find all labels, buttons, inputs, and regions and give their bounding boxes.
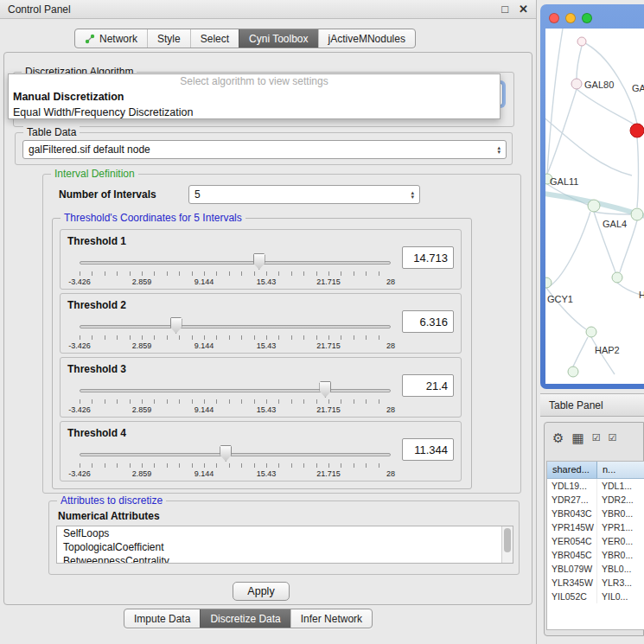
network-canvas[interactable]: GAL80 GA GAL11 GAL4 GCY1 HAP2 H	[545, 29, 644, 384]
tab-network-label: Network	[99, 33, 137, 45]
tab-cyni-toolbox[interactable]: Cyni Toolbox	[239, 29, 317, 48]
threshold-1-value-field[interactable]: 14.713	[402, 246, 454, 269]
control-panel: Control Panel □ ✕ Network Style Select C…	[0, 0, 537, 644]
attributes-listbox[interactable]: SelfLoops TopologicalCoefficient Between…	[56, 526, 513, 564]
algorithm-placeholder: Select algorithm to view settings	[9, 74, 500, 89]
column-header-shared-name[interactable]: shared...	[547, 462, 597, 479]
node-label-gal11: GAL11	[550, 176, 578, 187]
tab-impute-data[interactable]: Impute Data	[124, 609, 200, 628]
threshold-row-3: Threshold 3 -3.426 2.859 9.144 15.43 21.…	[60, 357, 462, 418]
slider-scale: -3.426 2.859 9.144 15.43 21.715 28	[80, 277, 391, 287]
table-row[interactable]: YDR27...YDR2...	[547, 493, 644, 507]
gear-icon[interactable]: ⚙	[552, 431, 564, 444]
threshold-label: Threshold 3	[67, 363, 126, 375]
network-view-window[interactable]: GAL80 GA GAL11 GAL4 GCY1 HAP2 H	[540, 4, 644, 389]
table-browser-window: ⚙ ▦ ☑ ☑ shared... n... YDL19...YDL1... Y…	[544, 422, 644, 636]
node-label-cut: H	[639, 290, 644, 300]
tab-discretize-data[interactable]: Discretize Data	[200, 609, 290, 628]
tab-select[interactable]: Select	[190, 29, 239, 48]
network-node[interactable]	[631, 208, 643, 220]
slider-thumb[interactable]	[319, 381, 331, 398]
network-node-gcy1[interactable]	[545, 277, 552, 288]
table-panel-titlebar: Table Panel	[540, 393, 644, 417]
list-item[interactable]: SelfLoops	[57, 526, 513, 540]
table-data-combobox[interactable]: galFiltered.sif default node ▴▾	[22, 140, 507, 159]
network-node-hap2[interactable]	[586, 327, 596, 337]
table-row[interactable]: YBR043CYBR0...	[547, 507, 644, 520]
network-node[interactable]	[588, 200, 600, 212]
attributes-group: Attributes to discretize Numerical Attri…	[48, 501, 520, 575]
tab-jactivemnodules[interactable]: jActiveMNodules	[318, 29, 415, 48]
close-icon[interactable]: ✕	[519, 3, 528, 15]
table-row[interactable]: YIL052CYIL0...	[547, 590, 644, 603]
threshold-2-slider[interactable]: -3.426 2.859 9.144 15.43 21.715 28	[80, 316, 391, 353]
threshold-row-2: Threshold 2 -3.426 2.859 9.144 15.43 21.…	[60, 293, 462, 354]
network-node-red-selected[interactable]	[630, 124, 644, 137]
slider-thumb[interactable]	[220, 445, 232, 462]
threshold-1-slider[interactable]: -3.426 2.859 9.144 15.43 21.715 28	[80, 252, 391, 289]
tab-network[interactable]: Network	[75, 29, 147, 48]
select-all-icon[interactable]: ☑	[592, 433, 601, 443]
list-item[interactable]: TopologicalCoefficient	[57, 540, 513, 554]
threshold-4-slider[interactable]: -3.426 2.859 9.144 15.43 21.715 28	[80, 444, 391, 481]
interval-definition-group: Interval Definition Number of Intervals …	[42, 174, 521, 494]
node-label-gal4: GAL4	[603, 219, 627, 229]
attributes-group-title: Attributes to discretize	[57, 494, 166, 507]
select-some-icon[interactable]: ☑	[609, 433, 617, 443]
option-equal-width-frequency[interactable]: Equal Width/Frequency Discretization	[9, 105, 500, 120]
numerical-attributes-label: Numerical Attributes	[58, 510, 160, 522]
bottom-tab-bar: Impute Data Discretize Data Infer Networ…	[124, 609, 373, 628]
num-intervals-combobox[interactable]: 5 ▴▾	[188, 185, 420, 204]
network-node[interactable]	[612, 272, 622, 283]
threshold-2-value-field[interactable]: 6.316	[402, 310, 454, 333]
window-traffic-lights	[549, 13, 592, 23]
network-node[interactable]	[568, 367, 578, 377]
thresholds-group-title: Threshold's Coordinates for 5 Intervals	[61, 212, 245, 224]
table-row[interactable]: YBL079WYBL0...	[547, 562, 644, 576]
slider-track[interactable]	[80, 389, 391, 392]
threshold-4-value-field[interactable]: 11.344	[402, 438, 454, 461]
node-label-hap2: HAP2	[595, 345, 620, 355]
table-row[interactable]: YPR145WYPR1...	[547, 520, 644, 534]
threshold-3-value-field[interactable]: 21.4	[402, 374, 454, 397]
network-icon	[85, 34, 95, 44]
slider-thumb[interactable]	[170, 317, 182, 334]
slider-ticks	[80, 399, 391, 404]
table-row[interactable]: YER054CYER0...	[547, 534, 644, 548]
slider-thumb[interactable]	[253, 253, 265, 270]
table-row[interactable]: YLR345WYLR3...	[547, 576, 644, 590]
list-scrollbar[interactable]	[501, 526, 513, 563]
slider-track[interactable]	[80, 261, 391, 265]
mac-minimize-icon[interactable]	[565, 13, 576, 23]
tab-style[interactable]: Style	[147, 29, 190, 48]
slider-track[interactable]	[80, 325, 391, 328]
column-header-name[interactable]: n...	[597, 462, 644, 479]
columns-icon[interactable]: ▦	[571, 431, 583, 444]
algorithm-dropdown-popup: Select algorithm to view settings Manual…	[8, 73, 501, 119]
slider-ticks	[80, 271, 391, 276]
thresholds-group: Threshold's Coordinates for 5 Intervals …	[52, 218, 472, 489]
table-row[interactable]: YBR045CYBR0...	[547, 548, 644, 562]
tab-infer-network[interactable]: Infer Network	[290, 609, 372, 628]
apply-button[interactable]: Apply	[233, 582, 290, 601]
table-panel-title: Table Panel	[549, 399, 603, 411]
num-intervals-value: 5	[194, 188, 201, 201]
list-item[interactable]: BetweennessCentrality	[57, 554, 513, 564]
network-node[interactable]	[577, 37, 586, 46]
float-window-icon[interactable]: □	[501, 3, 508, 15]
slider-scale: -3.426 2.859 9.144 15.43 21.715 28	[80, 405, 391, 415]
threshold-3-slider[interactable]: -3.426 2.859 9.144 15.43 21.715 28	[80, 380, 391, 417]
node-label-cut: GA	[632, 83, 644, 93]
threshold-label: Threshold 4	[67, 427, 126, 439]
mac-close-icon[interactable]	[549, 13, 559, 23]
threshold-label: Threshold 1	[67, 235, 126, 247]
table-row[interactable]: YDL19...YDL1...	[547, 479, 644, 493]
option-manual-discretization[interactable]: Manual Discretization	[9, 89, 500, 105]
top-tab-bar: Network Style Select Cyni Toolbox jActiv…	[74, 29, 416, 48]
mac-zoom-icon[interactable]	[582, 13, 592, 23]
stepper-icon: ▴▾	[411, 190, 414, 199]
slider-scale: -3.426 2.859 9.144 15.43 21.715 28	[80, 341, 391, 351]
slider-scale: -3.426 2.859 9.144 15.43 21.715 28	[80, 469, 391, 479]
network-node-gal80[interactable]	[571, 79, 582, 89]
slider-track[interactable]	[80, 453, 391, 456]
